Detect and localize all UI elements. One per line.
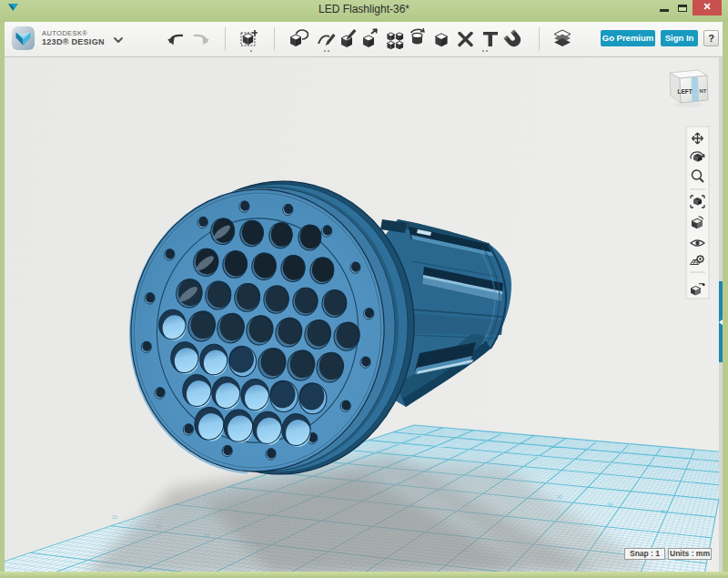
svg-text:LEFT: LEFT (678, 88, 693, 95)
svg-text:20: 20 (112, 514, 117, 520)
svg-text:80: 80 (661, 509, 666, 514)
svg-text:40: 40 (557, 494, 562, 500)
svg-text:NT: NT (700, 88, 707, 94)
svg-text:60: 60 (608, 502, 613, 507)
